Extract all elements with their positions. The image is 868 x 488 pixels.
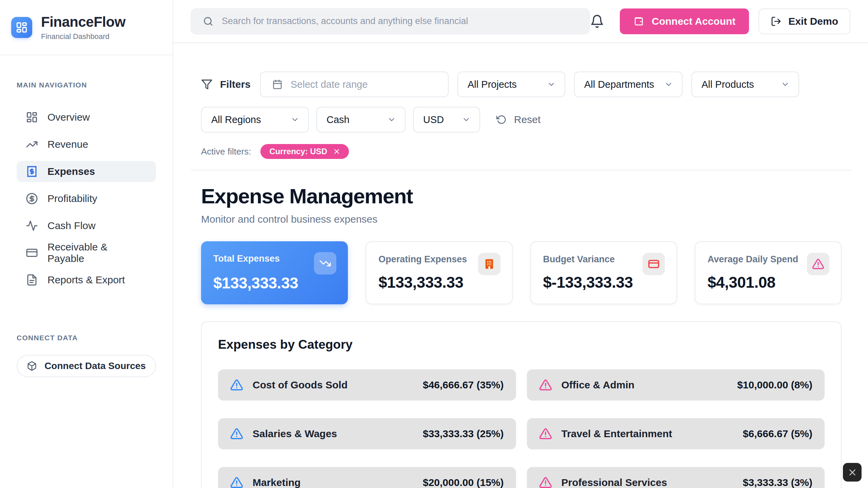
category-row-travel-entertainment[interactable]: Travel & Entertainment $6,666.67 (5%) <box>527 418 825 449</box>
bell-icon <box>590 14 604 28</box>
remove-filter-icon[interactable] <box>333 148 340 155</box>
departments-select[interactable]: All Departments <box>574 72 683 97</box>
alert-triangle-icon <box>539 476 552 488</box>
file-text-icon <box>26 274 38 286</box>
payment-method-select[interactable]: Cash <box>316 107 406 133</box>
search-icon <box>203 16 214 27</box>
category-row-cost-of-goods-sold[interactable]: Cost of Goods Sold $46,666.67 (35%) <box>218 369 516 401</box>
sidebar-item-label: Expenses <box>47 166 95 177</box>
sidebar-item-cash-flow[interactable]: Cash Flow <box>17 215 156 236</box>
log-out-icon <box>771 16 782 27</box>
sidebar-item-label: Cash Flow <box>47 220 96 231</box>
category-row-marketing[interactable]: Marketing $20,000.00 (15%) <box>218 467 516 488</box>
category-row-salaries-wages[interactable]: Salaries & Wages $33,333.33 (25%) <box>218 418 516 449</box>
alert-triangle-icon <box>807 253 829 275</box>
close-icon <box>848 468 857 477</box>
section-title: Expenses by Category <box>218 338 825 352</box>
alert-triangle-icon <box>539 427 552 440</box>
connect-data-sources-button[interactable]: Connect Data Sources <box>17 355 156 377</box>
sidebar-item-receivable-payable[interactable]: Receivable & Payable <box>17 242 156 263</box>
sidebar-item-label: Profitability <box>47 193 97 204</box>
alert-triangle-icon <box>230 379 243 391</box>
sidebar-item-label: Revenue <box>47 139 88 150</box>
chevron-down-icon <box>291 115 299 124</box>
credit-card-icon <box>26 247 38 259</box>
chevron-down-icon <box>664 80 673 89</box>
sidebar-item-label: Reports & Export <box>47 274 125 286</box>
funnel-icon <box>201 79 213 90</box>
operating-expenses-value: $133,333.33 <box>378 273 499 291</box>
topbar: Connect Account Exit Demo <box>173 0 868 43</box>
chevron-down-icon <box>462 115 471 124</box>
alert-triangle-icon <box>230 476 243 488</box>
sidebar-item-revenue[interactable]: Revenue <box>17 134 156 155</box>
dashboard-grid-icon <box>16 21 28 34</box>
app-tagline: Financial Dashboard <box>41 32 125 41</box>
sidebar-item-label: Receivable & Payable <box>47 241 147 264</box>
trending-down-icon <box>314 252 336 274</box>
alert-triangle-icon <box>539 379 552 391</box>
products-select[interactable]: All Products <box>691 72 799 97</box>
content: Filters All Projects All Departments All… <box>173 43 868 488</box>
active-filters-label: Active filters: <box>201 146 251 157</box>
sidebar-item-reports-export[interactable]: Reports & Export <box>17 269 156 290</box>
activity-icon <box>26 220 38 232</box>
calendar-icon <box>272 79 282 89</box>
wallet-icon <box>633 16 644 27</box>
trending-up-icon <box>26 138 38 150</box>
building-icon <box>478 253 500 275</box>
dashboard-icon <box>26 111 38 123</box>
app-title: FinanceFlow <box>41 14 125 30</box>
chevron-down-icon <box>781 80 790 89</box>
filters-title: Filters <box>201 79 251 90</box>
category-row-office-admin[interactable]: Office & Admin $10,000.00 (8%) <box>527 369 825 401</box>
search-input[interactable] <box>222 16 580 26</box>
brand: FinanceFlow Financial Dashboard <box>0 0 173 55</box>
close-button[interactable] <box>843 463 862 482</box>
main-navigation: MAIN NAVIGATION Overview Revenue Expense… <box>0 55 173 377</box>
receipt-icon <box>26 165 38 178</box>
connect-account-button[interactable]: Connect Account <box>620 8 749 34</box>
active-filter-chip[interactable]: Currency: USD <box>260 144 349 159</box>
total-expenses-card: Total Expenses $133,333.33 <box>201 241 348 304</box>
budget-variance-value: $-133,333.33 <box>543 273 664 291</box>
date-range-input[interactable] <box>260 72 449 97</box>
circle-dollar-icon <box>26 192 38 205</box>
date-range-field[interactable] <box>291 79 436 90</box>
currency-select[interactable]: USD <box>413 107 480 133</box>
cube-icon <box>27 361 37 371</box>
category-list: Cost of Goods Sold $46,666.67 (35%) Offi… <box>218 369 825 488</box>
sidebar-item-overview[interactable]: Overview <box>17 107 156 128</box>
regions-select[interactable]: All Regions <box>201 107 309 133</box>
credit-card-icon <box>643 253 665 275</box>
sidebar-item-label: Overview <box>47 111 90 123</box>
budget-variance-card: Budget Variance $-133,333.33 <box>530 241 677 304</box>
total-expenses-value: $133,333.33 <box>213 274 336 292</box>
search-bar[interactable] <box>191 8 590 35</box>
page-title: Expense Management <box>201 184 842 208</box>
sidebar-item-expenses[interactable]: Expenses <box>17 161 156 182</box>
exit-demo-button[interactable]: Exit Demo <box>758 8 850 34</box>
notifications-button[interactable] <box>590 14 604 28</box>
average-daily-spend-card: Average Daily Spend $4,301.08 <box>695 241 842 304</box>
chevron-down-icon <box>547 80 556 89</box>
operating-expenses-card: Operating Expenses $133,333.33 <box>366 241 512 304</box>
projects-select[interactable]: All Projects <box>457 72 565 97</box>
sidebar: FinanceFlow Financial Dashboard MAIN NAV… <box>0 0 173 488</box>
alert-triangle-icon <box>230 427 243 440</box>
filters-panel: Filters All Projects All Departments All… <box>191 43 852 170</box>
summary-cards: Total Expenses $133,333.33 Operating Exp… <box>201 241 842 304</box>
average-daily-spend-value: $4,301.08 <box>708 273 829 291</box>
rotate-ccw-icon <box>496 115 507 125</box>
chevron-down-icon <box>387 115 396 124</box>
connect-section-label: CONNECT DATA <box>17 334 156 342</box>
main-area: Connect Account Exit Demo Filters All Pr… <box>173 0 868 488</box>
reset-filters-button[interactable]: Reset <box>496 114 540 125</box>
expenses-by-category-card: Expenses by Category Cost of Goods Sold … <box>201 321 842 488</box>
page-subtitle: Monitor and control business expenses <box>201 214 842 225</box>
category-row-professional-services[interactable]: Professional Services $3,333.33 (3%) <box>527 467 825 488</box>
sidebar-item-profitability[interactable]: Profitability <box>17 188 156 209</box>
app-logo <box>11 17 32 38</box>
nav-section-label: MAIN NAVIGATION <box>17 81 156 89</box>
